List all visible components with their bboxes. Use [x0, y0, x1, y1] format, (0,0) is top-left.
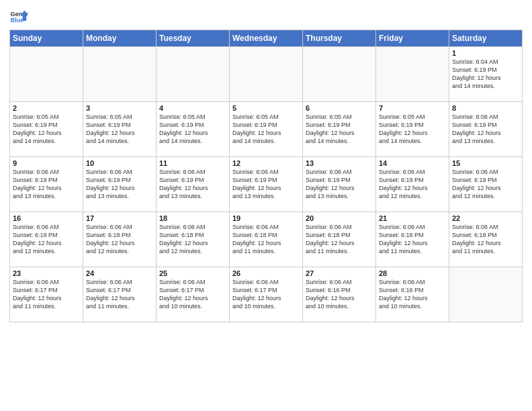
day-info: Sunrise: 6:05 AM Sunset: 6:19 PM Dayligh…	[159, 113, 226, 146]
svg-text:Blue: Blue	[10, 17, 24, 24]
calendar-cell: 19Sunrise: 6:06 AM Sunset: 6:18 PM Dayli…	[230, 212, 303, 267]
calendar-cell: 2Sunrise: 6:05 AM Sunset: 6:19 PM Daylig…	[10, 102, 83, 157]
day-info: Sunrise: 6:06 AM Sunset: 6:16 PM Dayligh…	[379, 278, 446, 311]
calendar-cell: 8Sunrise: 6:06 AM Sunset: 6:19 PM Daylig…	[449, 102, 523, 157]
day-number: 5	[232, 104, 300, 112]
calendar-week-5: 23Sunrise: 6:06 AM Sunset: 6:17 PM Dayli…	[10, 267, 523, 322]
col-header-sunday: Sunday	[10, 30, 83, 47]
day-info: Sunrise: 6:06 AM Sunset: 6:17 PM Dayligh…	[232, 278, 300, 311]
calendar-cell: 26Sunrise: 6:06 AM Sunset: 6:17 PM Dayli…	[230, 267, 303, 322]
day-number: 8	[452, 104, 519, 112]
day-info: Sunrise: 6:05 AM Sunset: 6:19 PM Dayligh…	[86, 113, 153, 146]
day-number: 14	[379, 159, 446, 167]
calendar-cell: 7Sunrise: 6:05 AM Sunset: 6:19 PM Daylig…	[376, 102, 449, 157]
day-info: Sunrise: 6:05 AM Sunset: 6:19 PM Dayligh…	[13, 113, 80, 146]
day-info: Sunrise: 6:06 AM Sunset: 6:18 PM Dayligh…	[306, 223, 373, 256]
day-number: 4	[159, 104, 226, 112]
calendar-cell: 4Sunrise: 6:05 AM Sunset: 6:19 PM Daylig…	[157, 102, 230, 157]
col-header-friday: Friday	[376, 30, 449, 47]
day-info: Sunrise: 6:06 AM Sunset: 6:18 PM Dayligh…	[86, 223, 153, 256]
col-header-thursday: Thursday	[303, 30, 376, 47]
calendar-cell	[83, 47, 157, 102]
day-number: 9	[13, 159, 80, 167]
calendar-cell: 16Sunrise: 6:06 AM Sunset: 6:19 PM Dayli…	[10, 212, 83, 267]
day-number: 7	[379, 104, 446, 112]
calendar-cell: 13Sunrise: 6:06 AM Sunset: 6:19 PM Dayli…	[303, 157, 376, 212]
day-info: Sunrise: 6:06 AM Sunset: 6:19 PM Dayligh…	[452, 168, 519, 201]
col-header-wednesday: Wednesday	[230, 30, 303, 47]
day-info: Sunrise: 6:05 AM Sunset: 6:19 PM Dayligh…	[232, 113, 300, 146]
calendar-cell: 11Sunrise: 6:06 AM Sunset: 6:19 PM Dayli…	[157, 157, 230, 212]
day-number: 26	[232, 269, 300, 277]
calendar-cell: 28Sunrise: 6:06 AM Sunset: 6:16 PM Dayli…	[376, 267, 449, 322]
day-info: Sunrise: 6:05 AM Sunset: 6:19 PM Dayligh…	[379, 113, 446, 146]
calendar-cell	[10, 47, 83, 102]
day-number: 22	[452, 214, 519, 222]
calendar-cell	[303, 47, 376, 102]
col-header-monday: Monday	[83, 30, 157, 47]
day-number: 13	[306, 159, 373, 167]
calendar-cell	[449, 267, 523, 322]
calendar-cell: 3Sunrise: 6:05 AM Sunset: 6:19 PM Daylig…	[83, 102, 157, 157]
calendar-cell: 6Sunrise: 6:05 AM Sunset: 6:19 PM Daylig…	[303, 102, 376, 157]
day-number: 23	[13, 269, 80, 277]
day-info: Sunrise: 6:06 AM Sunset: 6:16 PM Dayligh…	[306, 278, 373, 311]
day-number: 25	[159, 269, 226, 277]
calendar-header-row: SundayMondayTuesdayWednesdayThursdayFrid…	[10, 30, 523, 47]
calendar-cell: 25Sunrise: 6:06 AM Sunset: 6:17 PM Dayli…	[157, 267, 230, 322]
calendar-cell: 10Sunrise: 6:06 AM Sunset: 6:19 PM Dayli…	[83, 157, 157, 212]
day-info: Sunrise: 6:06 AM Sunset: 6:19 PM Dayligh…	[13, 168, 80, 201]
calendar-cell	[157, 47, 230, 102]
day-info: Sunrise: 6:06 AM Sunset: 6:19 PM Dayligh…	[306, 168, 373, 201]
day-info: Sunrise: 6:06 AM Sunset: 6:17 PM Dayligh…	[13, 278, 80, 311]
calendar-cell: 22Sunrise: 6:06 AM Sunset: 6:18 PM Dayli…	[449, 212, 523, 267]
day-number: 2	[13, 104, 80, 112]
calendar-cell: 15Sunrise: 6:06 AM Sunset: 6:19 PM Dayli…	[449, 157, 523, 212]
calendar-cell: 1Sunrise: 6:04 AM Sunset: 6:19 PM Daylig…	[449, 47, 523, 102]
day-info: Sunrise: 6:06 AM Sunset: 6:18 PM Dayligh…	[452, 223, 519, 256]
day-info: Sunrise: 6:06 AM Sunset: 6:18 PM Dayligh…	[159, 223, 226, 256]
col-header-saturday: Saturday	[449, 30, 523, 47]
calendar-cell: 12Sunrise: 6:06 AM Sunset: 6:19 PM Dayli…	[230, 157, 303, 212]
calendar-week-4: 16Sunrise: 6:06 AM Sunset: 6:19 PM Dayli…	[10, 212, 523, 267]
day-number: 15	[452, 159, 519, 167]
calendar-cell	[376, 47, 449, 102]
header: General Blue	[9, 7, 523, 26]
day-info: Sunrise: 6:06 AM Sunset: 6:17 PM Dayligh…	[159, 278, 226, 311]
calendar-cell: 24Sunrise: 6:06 AM Sunset: 6:17 PM Dayli…	[83, 267, 157, 322]
day-number: 11	[159, 159, 226, 167]
logo-icon: General Blue	[9, 7, 28, 26]
logo: General Blue	[9, 7, 28, 26]
calendar-cell: 9Sunrise: 6:06 AM Sunset: 6:19 PM Daylig…	[10, 157, 83, 212]
day-info: Sunrise: 6:06 AM Sunset: 6:19 PM Dayligh…	[159, 168, 226, 201]
day-info: Sunrise: 6:06 AM Sunset: 6:19 PM Dayligh…	[379, 168, 446, 201]
day-info: Sunrise: 6:06 AM Sunset: 6:19 PM Dayligh…	[232, 168, 300, 201]
day-number: 12	[232, 159, 300, 167]
calendar-week-2: 2Sunrise: 6:05 AM Sunset: 6:19 PM Daylig…	[10, 102, 523, 157]
col-header-tuesday: Tuesday	[157, 30, 230, 47]
calendar-cell: 17Sunrise: 6:06 AM Sunset: 6:18 PM Dayli…	[83, 212, 157, 267]
day-info: Sunrise: 6:06 AM Sunset: 6:18 PM Dayligh…	[379, 223, 446, 256]
calendar-cell: 20Sunrise: 6:06 AM Sunset: 6:18 PM Dayli…	[303, 212, 376, 267]
day-number: 17	[86, 214, 153, 222]
day-number: 21	[379, 214, 446, 222]
calendar-cell	[230, 47, 303, 102]
day-info: Sunrise: 6:06 AM Sunset: 6:19 PM Dayligh…	[13, 223, 80, 256]
day-number: 19	[232, 214, 300, 222]
day-number: 27	[306, 269, 373, 277]
calendar-cell: 18Sunrise: 6:06 AM Sunset: 6:18 PM Dayli…	[157, 212, 230, 267]
calendar-week-3: 9Sunrise: 6:06 AM Sunset: 6:19 PM Daylig…	[10, 157, 523, 212]
day-info: Sunrise: 6:05 AM Sunset: 6:19 PM Dayligh…	[306, 113, 373, 146]
day-info: Sunrise: 6:06 AM Sunset: 6:19 PM Dayligh…	[452, 113, 519, 146]
calendar-cell: 23Sunrise: 6:06 AM Sunset: 6:17 PM Dayli…	[10, 267, 83, 322]
day-number: 28	[379, 269, 446, 277]
day-number: 10	[86, 159, 153, 167]
calendar-cell: 21Sunrise: 6:06 AM Sunset: 6:18 PM Dayli…	[376, 212, 449, 267]
calendar: SundayMondayTuesdayWednesdayThursdayFrid…	[9, 30, 523, 322]
day-number: 3	[86, 104, 153, 112]
day-number: 24	[86, 269, 153, 277]
day-info: Sunrise: 6:06 AM Sunset: 6:17 PM Dayligh…	[86, 278, 153, 311]
day-info: Sunrise: 6:06 AM Sunset: 6:18 PM Dayligh…	[232, 223, 300, 256]
calendar-cell: 5Sunrise: 6:05 AM Sunset: 6:19 PM Daylig…	[230, 102, 303, 157]
day-number: 6	[306, 104, 373, 112]
